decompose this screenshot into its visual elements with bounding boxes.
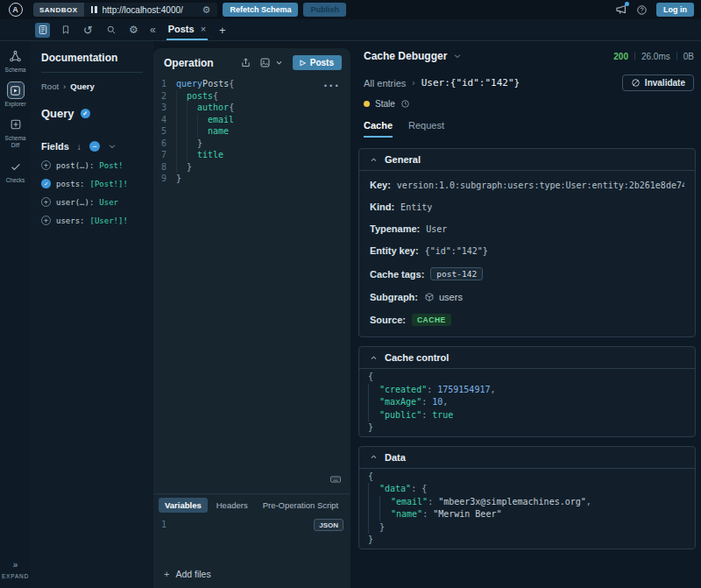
save-icon[interactable]: [259, 57, 271, 68]
general-card-header[interactable]: General: [359, 149, 695, 171]
tab-request[interactable]: Request: [408, 120, 444, 138]
saved-operations-bookmark-icon[interactable]: [58, 23, 73, 38]
run-operation-button[interactable]: ▷ Posts: [293, 55, 342, 70]
json-line: }: [368, 521, 695, 535]
line-menu-icon[interactable]: •••: [323, 81, 340, 93]
indent-guide: [176, 90, 187, 103]
response-view-dropdown[interactable]: Cache Debugger: [364, 50, 462, 62]
general-row-typename-: Typename:User: [370, 223, 684, 234]
announcements-megaphone-icon[interactable]: [615, 4, 627, 16]
field-item-user-[interactable]: +user(…):User: [41, 197, 143, 207]
sidebar-item-label: Schema Diff: [2, 135, 30, 149]
json-line: "name": "Merwin Beer": [368, 508, 695, 521]
refetch-schema-button[interactable]: Refetch Schema: [223, 3, 298, 17]
chevron-up-icon: [370, 453, 378, 461]
sandbox-badge: SANDBOX: [33, 3, 84, 17]
cache-control-card-header[interactable]: Cache control: [359, 347, 695, 369]
keyboard-shortcuts-icon[interactable]: [329, 473, 342, 489]
checks-icon: [7, 158, 25, 175]
type-title: Query ✓: [41, 107, 143, 120]
schema-icon: [7, 47, 25, 65]
code-line: 4email: [153, 114, 350, 126]
sidebar-item-label: Explorer: [4, 101, 25, 108]
sidebar-item-schema-diff[interactable]: Schema Diff: [0, 116, 31, 149]
history-icon[interactable]: ↺: [81, 23, 96, 38]
json-token: :: [421, 397, 432, 407]
circle-plus-icon[interactable]: +: [41, 197, 51, 207]
data-json: {"data": {"email": "mbeer3x@simplemachin…: [359, 469, 695, 549]
debugger-tabs: CacheRequest: [350, 109, 701, 138]
subgraph-chip[interactable]: users: [424, 292, 463, 302]
data-card-header[interactable]: Data: [359, 447, 695, 469]
json-line: {: [368, 471, 695, 484]
expand-sidebar-button[interactable]: » EXPAND: [2, 560, 29, 579]
field-item-users-[interactable]: +users:[User!]!: [41, 216, 143, 225]
tab-headers[interactable]: Headers: [210, 498, 254, 513]
chevron-down-icon[interactable]: [275, 59, 283, 67]
collapse-panel-icon[interactable]: «: [150, 19, 156, 40]
field-item-posts-[interactable]: ✓posts:[Post!]!: [41, 179, 143, 188]
line-number: 1: [153, 520, 176, 529]
help-icon[interactable]: [636, 4, 648, 16]
cache-breadcrumb: All entries › User:{"id":"142"} Invalida…: [350, 64, 701, 91]
indent-guide: [368, 521, 379, 535]
code-line: 3author {: [153, 102, 350, 114]
apollo-logo[interactable]: A: [0, 3, 31, 17]
indent-guide: [176, 114, 187, 126]
breadcrumb-root[interactable]: Root: [41, 81, 59, 91]
close-tab-icon[interactable]: ×: [201, 24, 206, 34]
field-item-post-[interactable]: +post(…):Post!: [41, 160, 143, 170]
sort-arrow-icon[interactable]: ↓: [77, 142, 81, 152]
publish-button[interactable]: Publish: [303, 3, 346, 17]
code-token: }: [187, 161, 192, 174]
endpoint-settings-gear-icon[interactable]: ⚙: [202, 5, 211, 15]
sidebar-item-checks[interactable]: Checks: [0, 158, 31, 184]
tab-pre-operation-script[interactable]: Pre-Operation Script: [257, 498, 345, 513]
json-token: "name": [391, 509, 422, 519]
field-label: Kind:: [370, 202, 394, 212]
field-label: Subgraph:: [370, 292, 418, 302]
indent-guide: [368, 508, 379, 521]
tab-cache[interactable]: Cache: [364, 120, 393, 138]
tab-variables[interactable]: Variables: [159, 498, 208, 513]
indent-guide: [176, 149, 187, 161]
share-icon[interactable]: [240, 57, 251, 68]
login-button[interactable]: Log in: [656, 3, 694, 17]
sidebar-item-explorer[interactable]: Explorer: [0, 81, 31, 108]
indent-guide: [379, 508, 391, 521]
indent-guide: [368, 496, 379, 509]
indent-guide: [368, 483, 379, 496]
code-line: 7title: [153, 149, 350, 161]
sidebar-item-schema[interactable]: Schema: [0, 47, 31, 74]
code-token: name: [208, 125, 229, 138]
json-line: "email": "mbeer3x@simplemachines.org",: [368, 496, 695, 509]
explorer-toolbar: ↺ ⚙ « Posts × +: [0, 19, 701, 41]
endpoint-url-input[interactable]: [103, 5, 197, 15]
code-token: Posts: [202, 78, 229, 90]
operation-editor[interactable]: 1query Posts {2posts {3author {4email5na…: [153, 75, 350, 493]
search-icon[interactable]: [103, 23, 118, 38]
circle-plus-icon[interactable]: +: [41, 216, 51, 225]
clock-icon: [400, 99, 410, 109]
code-token: }: [197, 138, 202, 150]
circle-plus-icon[interactable]: +: [41, 160, 51, 170]
filter-minus-icon[interactable]: −: [89, 141, 100, 152]
json-token: {: [421, 484, 427, 493]
invalidate-button[interactable]: Invalidate: [622, 74, 694, 91]
line-number: 4: [153, 114, 176, 126]
cache-tag-chip[interactable]: post-142: [430, 267, 483, 280]
settings-gear-icon[interactable]: ⚙: [126, 23, 141, 38]
explorer-icon: [7, 81, 25, 99]
documentation-panel-icon[interactable]: [35, 23, 50, 38]
code-token: {: [229, 102, 234, 114]
new-tab-button[interactable]: +: [219, 19, 226, 40]
code-token: {: [229, 78, 234, 90]
json-line: "public": true: [368, 409, 695, 422]
chevron-down-icon[interactable]: [108, 142, 117, 151]
tab-posts[interactable]: Posts ×: [166, 19, 208, 40]
variables-editor[interactable]: 1 JSON: [153, 516, 350, 562]
code-line: 9}: [153, 173, 350, 185]
add-files-button[interactable]: + Add files: [153, 562, 350, 588]
all-entries-link[interactable]: All entries: [364, 78, 406, 89]
endpoint-bar: SANDBOX ⚙: [33, 3, 217, 17]
